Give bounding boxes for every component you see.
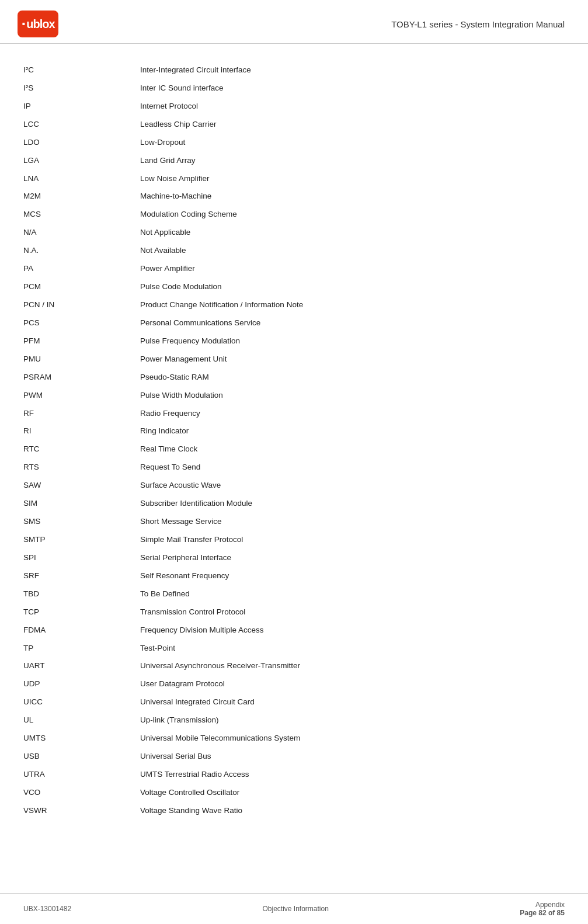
abbreviation-term: RTS xyxy=(23,458,140,477)
table-row: SAWSurface Acoustic Wave xyxy=(23,477,565,495)
abbreviation-term: SPI xyxy=(23,549,140,567)
abbreviation-definition: Power Amplifier xyxy=(140,260,565,278)
abbreviation-term: UART xyxy=(23,657,140,675)
abbreviation-term: PFM xyxy=(23,332,140,350)
logo-dot: · xyxy=(21,15,25,33)
table-row: TPTest-Point xyxy=(23,640,565,658)
abbreviation-term: TP xyxy=(23,640,140,658)
table-row: RIRing Indicator xyxy=(23,422,565,440)
abbreviation-definition: Product Change Notification / Informatio… xyxy=(140,296,565,314)
table-row: N/ANot Applicable xyxy=(23,224,565,242)
abbreviation-term: TCP xyxy=(23,603,140,621)
abbreviation-term: SIM xyxy=(23,495,140,513)
abbreviation-definition: Inter IC Sound interface xyxy=(140,79,565,98)
abbreviation-definition: Self Resonant Frequency xyxy=(140,567,565,585)
main-content: I²CInter-Integrated Circuit interfaceI²S… xyxy=(0,44,588,867)
abbreviation-term: VSWR xyxy=(23,802,140,820)
abbreviation-definition: Real Time Clock xyxy=(140,440,565,458)
abbreviation-definition: Inter-Integrated Circuit interface xyxy=(140,61,565,79)
abbreviation-definition: Transmission Control Protocol xyxy=(140,603,565,621)
document-title: TOBY-L1 series - System Integration Manu… xyxy=(391,19,565,29)
abbreviation-term: I²C xyxy=(23,61,140,79)
abbreviation-term: N.A. xyxy=(23,242,140,260)
footer-doc-id: UBX-13001482 xyxy=(23,905,71,913)
table-row: MCSModulation Coding Scheme xyxy=(23,206,565,224)
table-row: PCSPersonal Communications Service xyxy=(23,314,565,332)
table-row: VSWRVoltage Standing Wave Ratio xyxy=(23,802,565,820)
table-row: UTRAUMTS Terrestrial Radio Access xyxy=(23,766,565,784)
abbreviation-definition: Radio Frequency xyxy=(140,405,565,423)
abbreviation-definition: Universal Serial Bus xyxy=(140,748,565,766)
abbreviation-definition: Land Grid Array xyxy=(140,152,565,170)
abbreviation-definition: Surface Acoustic Wave xyxy=(140,477,565,495)
abbreviation-definition: Short Message Service xyxy=(140,513,565,531)
table-row: PWMPulse Width Modulation xyxy=(23,387,565,405)
table-row: PMUPower Management Unit xyxy=(23,350,565,369)
abbreviation-definition: User Datagram Protocol xyxy=(140,675,565,693)
abbreviation-term: IP xyxy=(23,98,140,116)
table-row: LGALand Grid Array xyxy=(23,152,565,170)
table-row: PCN / INProduct Change Notification / In… xyxy=(23,296,565,314)
abbreviation-definition: Pulse Frequency Modulation xyxy=(140,332,565,350)
table-row: PFMPulse Frequency Modulation xyxy=(23,332,565,350)
table-row: UMTSUniversal Mobile Telecommunications … xyxy=(23,730,565,748)
abbreviation-term: RTC xyxy=(23,440,140,458)
abbreviation-definition: Simple Mail Transfer Protocol xyxy=(140,531,565,549)
table-row: PSRAMPseudo-Static RAM xyxy=(23,369,565,387)
abbreviation-definition: Pulse Code Modulation xyxy=(140,278,565,296)
table-row: RTCReal Time Clock xyxy=(23,440,565,458)
table-row: UICCUniversal Integrated Circuit Card xyxy=(23,693,565,711)
abbreviation-term: PA xyxy=(23,260,140,278)
abbreviation-term: TBD xyxy=(23,585,140,603)
abbreviation-definition: UMTS Terrestrial Radio Access xyxy=(140,766,565,784)
table-row: ULUp-link (Transmission) xyxy=(23,711,565,730)
abbreviations-table: I²CInter-Integrated Circuit interfaceI²S… xyxy=(23,61,565,820)
table-row: SIMSubscriber Identification Module xyxy=(23,495,565,513)
abbreviation-term: VCO xyxy=(23,784,140,802)
abbreviation-term: LGA xyxy=(23,152,140,170)
abbreviation-definition: To Be Defined xyxy=(140,585,565,603)
abbreviation-term: PCM xyxy=(23,278,140,296)
table-row: SMTPSimple Mail Transfer Protocol xyxy=(23,531,565,549)
ublox-logo: ·ublox xyxy=(18,11,58,37)
abbreviation-definition: Ring Indicator xyxy=(140,422,565,440)
abbreviation-definition: Machine-to-Machine xyxy=(140,187,565,206)
abbreviation-term: SRF xyxy=(23,567,140,585)
table-row: SPISerial Peripheral Interface xyxy=(23,549,565,567)
footer-page-number: Page 82 of 85 xyxy=(520,909,565,917)
table-row: IPInternet Protocol xyxy=(23,98,565,116)
abbreviation-definition: Not Available xyxy=(140,242,565,260)
abbreviation-term: RF xyxy=(23,405,140,423)
table-row: I²SInter IC Sound interface xyxy=(23,79,565,98)
table-row: RFRadio Frequency xyxy=(23,405,565,423)
footer-right: Appendix Page 82 of 85 xyxy=(520,901,565,917)
table-row: RTSRequest To Send xyxy=(23,458,565,477)
page-footer: UBX-13001482 Objective Information Appen… xyxy=(0,893,588,924)
abbreviation-definition: Serial Peripheral Interface xyxy=(140,549,565,567)
table-row: M2MMachine-to-Machine xyxy=(23,187,565,206)
abbreviation-definition: Voltage Controlled Oscillator xyxy=(140,784,565,802)
abbreviation-term: MCS xyxy=(23,206,140,224)
table-row: UDPUser Datagram Protocol xyxy=(23,675,565,693)
abbreviation-definition: Frequency Division Multiple Access xyxy=(140,621,565,640)
abbreviation-term: PCN / IN xyxy=(23,296,140,314)
abbreviation-term: LNA xyxy=(23,170,140,188)
abbreviation-term: I²S xyxy=(23,79,140,98)
abbreviation-definition: Leadless Chip Carrier xyxy=(140,116,565,134)
abbreviation-definition: Not Applicable xyxy=(140,224,565,242)
abbreviation-term: LDO xyxy=(23,134,140,152)
abbreviation-definition: Universal Integrated Circuit Card xyxy=(140,693,565,711)
abbreviation-term: UDP xyxy=(23,675,140,693)
table-row: FDMAFrequency Division Multiple Access xyxy=(23,621,565,640)
abbreviation-definition: Universal Mobile Telecommunications Syst… xyxy=(140,730,565,748)
abbreviation-term: LCC xyxy=(23,116,140,134)
abbreviation-term: PSRAM xyxy=(23,369,140,387)
abbreviation-definition: Pulse Width Modulation xyxy=(140,387,565,405)
abbreviation-definition: Power Management Unit xyxy=(140,350,565,369)
abbreviation-definition: Personal Communications Service xyxy=(140,314,565,332)
footer-appendix-label: Appendix xyxy=(520,901,565,909)
abbreviation-definition: Universal Asynchronous Receiver-Transmit… xyxy=(140,657,565,675)
table-row: SMSShort Message Service xyxy=(23,513,565,531)
abbreviation-term: SMTP xyxy=(23,531,140,549)
table-row: USBUniversal Serial Bus xyxy=(23,748,565,766)
